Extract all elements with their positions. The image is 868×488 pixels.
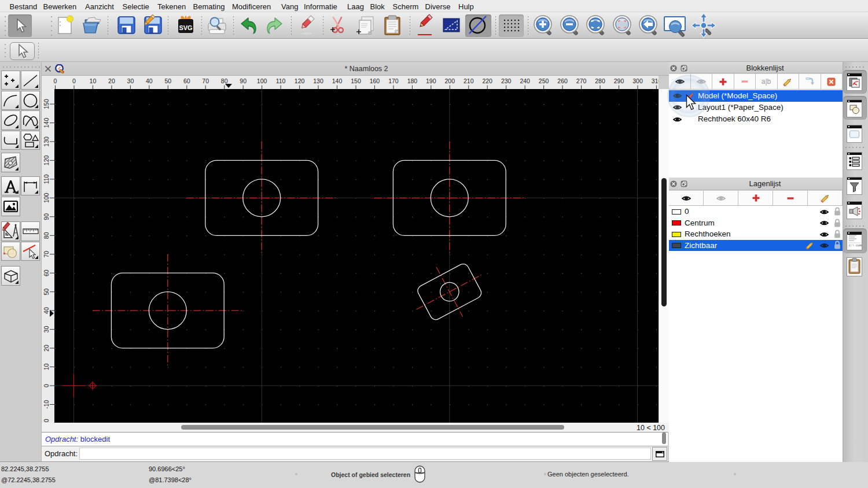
svg-text:230: 230 <box>501 77 512 84</box>
svg-text:50: 50 <box>43 289 50 295</box>
svg-text:20: 20 <box>108 77 115 84</box>
svg-text:310: 310 <box>652 77 659 84</box>
svg-text:50: 50 <box>164 77 171 84</box>
svg-text:90: 90 <box>240 77 247 84</box>
svg-text:130: 130 <box>313 77 323 84</box>
svg-text:150: 150 <box>43 99 50 109</box>
svg-text:60: 60 <box>43 269 50 276</box>
svg-text:0: 0 <box>72 77 76 84</box>
svg-text:170: 170 <box>388 77 399 84</box>
svg-text:120: 120 <box>295 77 305 84</box>
svg-text:-20: -20 <box>43 419 50 423</box>
svg-text:60: 60 <box>183 77 190 84</box>
svg-text:20: 20 <box>43 345 50 352</box>
svg-text:190: 190 <box>426 77 436 84</box>
svg-text:150: 150 <box>351 77 361 84</box>
svg-text:140: 140 <box>332 77 343 84</box>
svg-text:240: 240 <box>520 77 530 84</box>
svg-text:270: 270 <box>576 77 587 84</box>
svg-text:10: 10 <box>90 77 97 84</box>
svg-text:250: 250 <box>539 77 549 84</box>
svg-text:300: 300 <box>632 77 643 84</box>
svg-text:220: 220 <box>482 77 492 84</box>
svg-text:260: 260 <box>557 77 568 84</box>
svg-text:80: 80 <box>43 232 50 239</box>
svg-text:280: 280 <box>595 77 605 84</box>
svg-text:290: 290 <box>614 77 624 84</box>
svg-text:160: 160 <box>370 77 380 84</box>
svg-text:200: 200 <box>445 77 455 84</box>
svg-text:SVG: SVG <box>179 24 192 31</box>
svg-text:210: 210 <box>464 77 474 84</box>
svg-text:100: 100 <box>43 193 50 203</box>
svg-text:0: 0 <box>54 77 57 84</box>
svg-text:40: 40 <box>43 307 50 314</box>
svg-text:70: 70 <box>202 77 209 84</box>
svg-text:140: 140 <box>43 118 50 128</box>
svg-text:30: 30 <box>127 77 134 84</box>
svg-text:120: 120 <box>43 155 50 165</box>
svg-text:10: 10 <box>43 364 50 371</box>
svg-text:0: 0 <box>43 384 50 387</box>
svg-text:c:\ command: c:\ command <box>849 244 862 247</box>
svg-text:-10: -10 <box>43 400 50 409</box>
svg-text:110: 110 <box>276 77 286 84</box>
svg-text:180: 180 <box>407 77 418 84</box>
svg-text:110: 110 <box>43 174 50 184</box>
svg-text:90: 90 <box>43 213 50 220</box>
svg-text:30: 30 <box>43 326 50 333</box>
svg-text:130: 130 <box>43 136 50 147</box>
svg-text:70: 70 <box>43 251 50 258</box>
svg-text:40: 40 <box>146 77 153 84</box>
svg-text:100: 100 <box>257 77 267 84</box>
